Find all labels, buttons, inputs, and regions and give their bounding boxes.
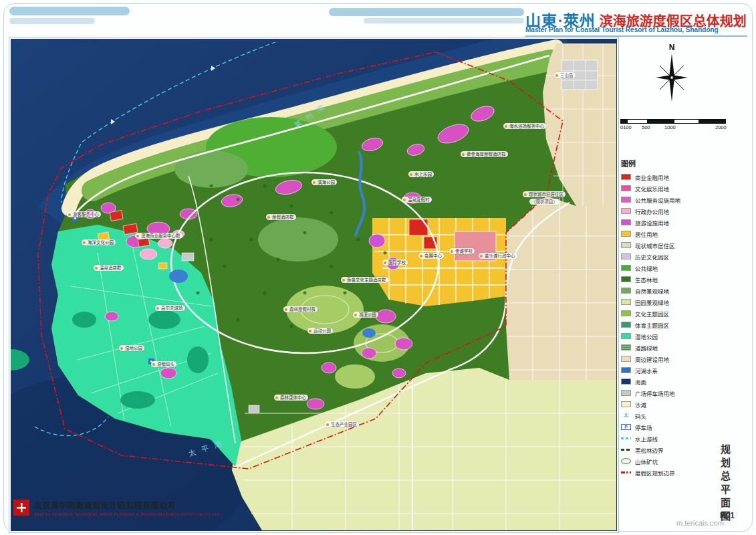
legend-item: 湿地公园: [621, 330, 735, 342]
company-name-cn: 北京清华同衡规划设计研究院有限公司: [34, 500, 221, 510]
legend-label: 周边建设用地: [635, 355, 669, 363]
scale-segment: [627, 119, 648, 124]
legend-item: 旅游设施用地: [621, 217, 735, 228]
map-label: 运动公园: [307, 328, 333, 334]
legend-swatch: [621, 367, 631, 373]
sea-label: 莱州湾: [291, 98, 330, 130]
map-label: 水上乐园: [408, 171, 434, 177]
map-label: 金滩学校: [449, 248, 475, 254]
scale-bar: 0100 500 1000 2000: [620, 119, 726, 134]
scale-label: 500: [642, 124, 650, 130]
legend-swatch: [621, 310, 631, 316]
master-plan-map: 三山岛海水浴场服务中心黄金海岸度假酒店群水上乐园滨海公园温泉度假村现状城市旧居住…: [9, 37, 618, 532]
legend-label: 田园景观绿地: [635, 298, 669, 306]
legend-item: 海面: [621, 376, 735, 387]
scale-label: 0100: [620, 124, 632, 130]
legend-item: 公共服务设施用地: [621, 194, 735, 205]
map-label: 现状城市旧居住区: [523, 191, 565, 197]
legend-list: 商业金融用地文化娱乐用地公共服务设施用地行政办公用地旅游设施用地居住用地现状城市…: [621, 171, 735, 478]
map-label: 湖滨公园: [353, 312, 378, 318]
legend-item: 公共绿地: [621, 262, 735, 274]
legend-label: 停车场: [635, 423, 652, 431]
scale-label: 2000: [715, 124, 727, 130]
legend-swatch: [621, 449, 631, 451]
legend-label: 居住用地: [635, 230, 658, 238]
legend-label: 自然景观绿地: [635, 287, 669, 295]
legend-label: 海面: [635, 378, 646, 386]
legend-label: 码头: [635, 412, 646, 420]
map-label: 黄金海岸度假酒店群: [461, 151, 508, 157]
map-label: 高尔夫球场: [155, 305, 185, 311]
legend-swatch: [621, 231, 631, 237]
legend-item: 自然景观绿地: [621, 285, 735, 296]
map-label: 森林康体中心: [274, 395, 308, 401]
sea-label: 太平湾: [187, 436, 229, 459]
compass-rose-icon: [650, 52, 694, 103]
legend-item: 河湖水系: [621, 364, 735, 376]
legend-item: 水上游线: [621, 433, 735, 444]
legend-item: 居住用地: [621, 228, 735, 239]
legend-swatch: [621, 344, 631, 350]
legend-item: 现状城市居住区: [621, 239, 735, 251]
map-label: 温泉酒店群: [94, 265, 124, 271]
legend-swatch: [621, 471, 631, 473]
decor-bar-top-center-2: [364, 18, 524, 23]
map-label: 游艇码头: [151, 361, 176, 367]
scale-segment: [620, 119, 627, 124]
legend-label: 度假区规划边界: [635, 469, 675, 477]
legend-swatch: [621, 379, 631, 385]
legend-swatch: [621, 401, 631, 407]
company-logo-icon: [13, 500, 29, 516]
legend-swatch: [621, 265, 631, 271]
legend-label: 生态林地: [635, 276, 658, 284]
decor-bar-top-center-1: [329, 8, 524, 16]
legend-label: 道路绿地: [635, 344, 658, 352]
legend-item: 田园景观绿地: [621, 296, 735, 308]
legend-swatch: [621, 208, 631, 214]
scale-segment: [699, 119, 726, 124]
map-label: 海水浴场服务中心: [503, 123, 546, 129]
legend-item: P停车场: [621, 421, 735, 433]
map-label: 金沙滩行政中心: [479, 253, 517, 259]
legend-label: 公共绿地: [635, 264, 658, 272]
legend-label: 湿地公园: [635, 332, 658, 340]
map-label: 游客服务中心: [67, 211, 101, 217]
decor-bar-top-left-1: [9, 7, 130, 15]
map-label: 会展中心: [418, 253, 444, 259]
legend-swatch: [621, 356, 631, 362]
compass: N: [650, 43, 694, 104]
legend-item: 道路绿地: [621, 342, 735, 353]
decor-bar-top-left-2: [9, 18, 95, 24]
map-label: 温泉度假村: [402, 197, 432, 203]
legend-swatch: P: [621, 424, 631, 430]
legend-label: 现状城市居住区: [635, 241, 675, 249]
legend-swatch: [621, 185, 631, 191]
legend-swatch: [621, 219, 631, 225]
company-name-en: BEIJING TSINGHUA TONGHENG URBAN PLANNING…: [34, 512, 221, 516]
legend-item: 周边建设用地: [621, 353, 735, 364]
legend-item: 生态林地: [621, 274, 735, 285]
legend-label: 河湖水系: [635, 366, 658, 374]
map-label: 滨海公园: [311, 179, 337, 185]
legend-swatch: [621, 458, 631, 464]
legend-label: 体育主题园区: [635, 321, 669, 329]
watermark: m.tericais.com: [676, 519, 724, 527]
legend-item: 历史文化园区: [621, 251, 735, 262]
legend-label: 旅游设施用地: [635, 219, 669, 227]
legend-swatch: [621, 253, 631, 259]
legend-swatch: [621, 333, 631, 339]
map-label: 黄金文化主题酒店群: [341, 277, 388, 283]
legend-swatch: [621, 390, 631, 396]
legend-item: 行政办公用地: [621, 205, 735, 217]
map-label: （现状项目）: [529, 199, 559, 205]
title-english: Master Plan for Coastal Tourist Resort o…: [525, 26, 719, 33]
legend-label: 文化主题园区: [635, 310, 669, 318]
map-labels: 三山岛海水浴场服务中心黄金海岸度假酒店群水上乐园滨海公园温泉度假村现状城市旧居住…: [11, 39, 617, 531]
legend-label: 黑松林边界: [635, 446, 664, 454]
legend-item: 商业金融用地: [621, 171, 735, 183]
map-label: 国际学校: [382, 259, 408, 265]
legend-item: 沙滩: [621, 399, 735, 410]
legend-swatch: ⚓: [621, 413, 631, 419]
legend-swatch: [621, 174, 631, 180]
legend-item: 体育主题园区: [621, 319, 735, 330]
